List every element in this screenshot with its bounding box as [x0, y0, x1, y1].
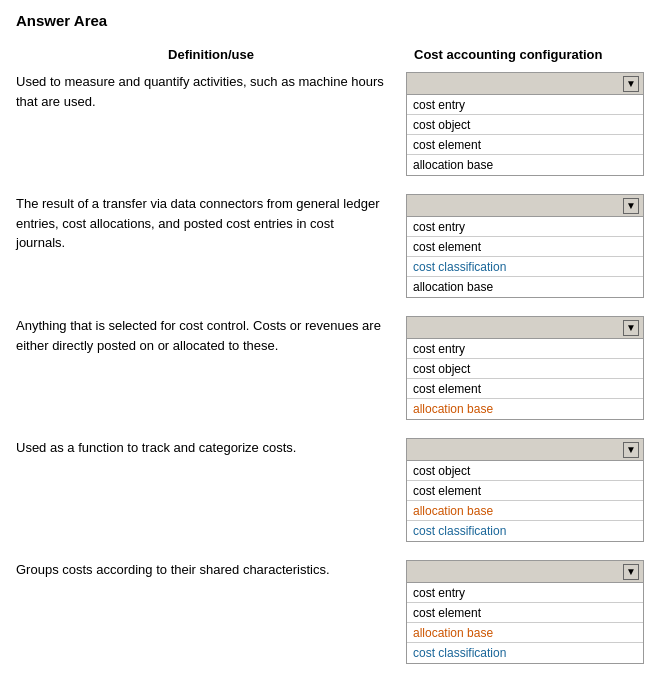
definition-text-5: Groups costs according to their shared c…	[16, 560, 406, 580]
config-area-2: ▼cost entrycost elementcost classificati…	[406, 194, 644, 298]
dropdown-item-2-3[interactable]: cost classification	[407, 257, 643, 277]
dropdown-arrow-3[interactable]: ▼	[623, 320, 639, 336]
config-area-5: ▼cost entrycost elementallocation baseco…	[406, 560, 644, 664]
dropdown-item-5-1[interactable]: cost entry	[407, 583, 643, 603]
dropdown-item-5-4[interactable]: cost classification	[407, 643, 643, 663]
header-row: Definition/use Cost accounting configura…	[16, 47, 644, 62]
answer-row-3: Anything that is selected for cost contr…	[16, 316, 644, 420]
dropdown-item-1-4[interactable]: allocation base	[407, 155, 643, 175]
dropdown-item-4-1[interactable]: cost object	[407, 461, 643, 481]
dropdown-item-1-1[interactable]: cost entry	[407, 95, 643, 115]
answer-rows-container: Used to measure and quantify activities,…	[16, 72, 644, 664]
dropdown-arrow-1[interactable]: ▼	[623, 76, 639, 92]
dropdown-header-3: ▼	[406, 316, 644, 338]
dropdown-list-1: cost entrycost objectcost elementallocat…	[406, 94, 644, 176]
config-area-3: ▼cost entrycost objectcost elementalloca…	[406, 316, 644, 420]
dropdown-item-2-1[interactable]: cost entry	[407, 217, 643, 237]
dropdown-header-1: ▼	[406, 72, 644, 94]
dropdown-header-2: ▼	[406, 194, 644, 216]
dropdown-item-4-2[interactable]: cost element	[407, 481, 643, 501]
dropdown-item-4-3[interactable]: allocation base	[407, 501, 643, 521]
dropdown-item-3-1[interactable]: cost entry	[407, 339, 643, 359]
dropdown-list-3: cost entrycost objectcost elementallocat…	[406, 338, 644, 420]
dropdown-item-2-4[interactable]: allocation base	[407, 277, 643, 297]
column-definition-header: Definition/use	[16, 47, 406, 62]
config-area-1: ▼cost entrycost objectcost elementalloca…	[406, 72, 644, 176]
definition-text-1: Used to measure and quantify activities,…	[16, 72, 406, 111]
definition-text-2: The result of a transfer via data connec…	[16, 194, 406, 253]
dropdown-item-5-3[interactable]: allocation base	[407, 623, 643, 643]
dropdown-item-5-2[interactable]: cost element	[407, 603, 643, 623]
dropdown-item-3-4[interactable]: allocation base	[407, 399, 643, 419]
answer-row-2: The result of a transfer via data connec…	[16, 194, 644, 298]
dropdown-item-2-2[interactable]: cost element	[407, 237, 643, 257]
dropdown-list-4: cost objectcost elementallocation baseco…	[406, 460, 644, 542]
page-title: Answer Area	[16, 12, 644, 29]
answer-row-5: Groups costs according to their shared c…	[16, 560, 644, 664]
dropdown-item-3-3[interactable]: cost element	[407, 379, 643, 399]
dropdown-arrow-4[interactable]: ▼	[623, 442, 639, 458]
definition-text-4: Used as a function to track and categori…	[16, 438, 406, 458]
dropdown-item-1-2[interactable]: cost object	[407, 115, 643, 135]
definition-text-3: Anything that is selected for cost contr…	[16, 316, 406, 355]
column-config-header: Cost accounting configuration	[406, 47, 644, 62]
dropdown-arrow-5[interactable]: ▼	[623, 564, 639, 580]
dropdown-list-2: cost entrycost elementcost classificatio…	[406, 216, 644, 298]
dropdown-item-4-4[interactable]: cost classification	[407, 521, 643, 541]
answer-row-4: Used as a function to track and categori…	[16, 438, 644, 542]
dropdown-header-5: ▼	[406, 560, 644, 582]
dropdown-header-4: ▼	[406, 438, 644, 460]
answer-row-1: Used to measure and quantify activities,…	[16, 72, 644, 176]
dropdown-item-1-3[interactable]: cost element	[407, 135, 643, 155]
config-area-4: ▼cost objectcost elementallocation basec…	[406, 438, 644, 542]
dropdown-arrow-2[interactable]: ▼	[623, 198, 639, 214]
dropdown-item-3-2[interactable]: cost object	[407, 359, 643, 379]
dropdown-list-5: cost entrycost elementallocation basecos…	[406, 582, 644, 664]
